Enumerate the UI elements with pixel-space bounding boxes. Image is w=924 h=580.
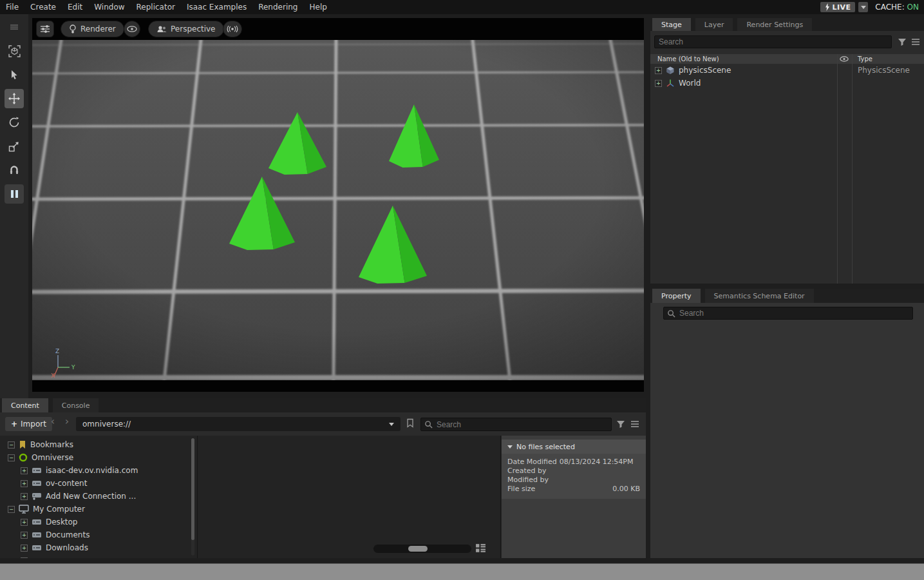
prim-type: PhysicsScene	[858, 66, 910, 75]
field-created-by: Created by	[507, 466, 640, 475]
collapse-icon[interactable]: −	[8, 506, 15, 513]
rotate-tool[interactable]	[5, 113, 24, 132]
viewport-settings-button[interactable]	[36, 21, 54, 37]
back-button[interactable]: ‹	[48, 415, 58, 427]
menu-replicator[interactable]: Replicator	[131, 0, 181, 14]
selection-mode-button[interactable]	[223, 21, 242, 37]
tree-item-bookmarks[interactable]: − Bookmarks	[0, 438, 197, 451]
tab-content[interactable]: Content	[2, 398, 48, 412]
viewport-render[interactable]: Z Y X	[32, 40, 644, 380]
menu-create[interactable]: Create	[24, 0, 62, 14]
details-header[interactable]: No files selected	[502, 440, 646, 454]
cache-value: ON	[907, 3, 919, 12]
tree-item-documents[interactable]: + Documents	[0, 528, 197, 541]
slider-handle[interactable]	[408, 546, 428, 552]
forward-button[interactable]: ›	[62, 415, 72, 427]
toolbar-drag-handle[interactable]	[5, 17, 24, 37]
scrollbar-thumb[interactable]	[191, 438, 194, 540]
magnet-icon	[9, 165, 19, 175]
rotate-icon	[8, 117, 20, 128]
menu-edit[interactable]: Edit	[62, 0, 88, 14]
search-icon	[424, 420, 433, 429]
menu-file[interactable]: File	[0, 0, 24, 14]
visibility-button[interactable]	[124, 21, 140, 37]
server-icon	[32, 479, 42, 487]
live-button[interactable]: LIVE	[820, 2, 856, 12]
left-toolbar	[0, 14, 28, 398]
snap-tool[interactable]	[5, 160, 24, 180]
viewport[interactable]: Renderer Perspective	[32, 18, 644, 392]
selection-box-tool[interactable]	[5, 41, 24, 61]
collapse-icon[interactable]: −	[8, 441, 15, 449]
property-search-input[interactable]	[663, 307, 913, 320]
camera-button[interactable]: Perspective	[148, 21, 224, 37]
menu-help[interactable]: Help	[303, 0, 332, 14]
renderer-button[interactable]: Renderer	[61, 21, 124, 37]
expand-icon[interactable]: +	[21, 557, 28, 559]
menu-window[interactable]: Window	[88, 0, 130, 14]
bookmark-outline-icon	[406, 418, 414, 428]
drive-icon	[32, 544, 42, 552]
tab-render-settings[interactable]: Render Settings	[737, 18, 812, 31]
view-mode-button[interactable]	[475, 543, 486, 553]
tree-item-my-computer[interactable]: − My Computer	[0, 503, 197, 516]
camera-label: Perspective	[171, 24, 216, 34]
expand-icon[interactable]: +	[21, 467, 28, 474]
stage-search-input[interactable]	[654, 35, 892, 48]
field-modified-by: Modified by	[507, 475, 640, 484]
tab-stage[interactable]: Stage	[652, 18, 691, 31]
grid-list-icon	[475, 543, 486, 553]
tree-item-downloads[interactable]: + Downloads	[0, 541, 197, 554]
collapse-icon[interactable]: −	[8, 454, 15, 461]
expand-icon[interactable]: +	[655, 67, 662, 74]
tree-item-desktop[interactable]: + Desktop	[0, 516, 197, 528]
content-options-button[interactable]	[630, 420, 639, 428]
stage-row-physicsscene[interactable]: + physicsScene PhysicsScene	[650, 64, 924, 77]
menu-isaac-examples[interactable]: Isaac Examples	[181, 0, 252, 14]
expand-icon[interactable]: +	[21, 480, 28, 487]
field-date-modified: Date Modified 08/13/2024 12:54PM	[507, 457, 640, 466]
tab-semantics-schema-editor[interactable]: Semantics Schema Editor	[705, 289, 814, 303]
import-button[interactable]: + Import	[5, 417, 52, 431]
content-filter-button[interactable]	[616, 420, 625, 429]
drag-handle-icon	[9, 24, 19, 30]
omniverse-logo-icon	[19, 453, 28, 462]
details-panel: No files selected Date Modified 08/13/20…	[502, 436, 646, 558]
stage-column-header[interactable]: Name (Old to New) Type	[650, 54, 924, 64]
expand-icon[interactable]: +	[21, 519, 28, 526]
stage-options-button[interactable]	[911, 38, 920, 46]
stage-filter-button[interactable]	[898, 37, 907, 46]
lightning-icon	[825, 3, 830, 11]
tree-item-omniverse[interactable]: − Omniverse	[0, 451, 197, 464]
panel-divider[interactable]	[197, 436, 198, 558]
expand-icon[interactable]: +	[655, 80, 662, 87]
tree-item-isaac-dev-server[interactable]: + isaac-dev.ov.nvidia.com	[0, 464, 197, 477]
move-tool[interactable]	[5, 89, 24, 108]
menu-rendering[interactable]: Rendering	[252, 0, 303, 14]
thumbnail-size-slider[interactable]	[373, 545, 471, 553]
select-tool[interactable]	[5, 65, 24, 84]
panel-divider[interactable]	[500, 436, 501, 558]
expand-icon[interactable]: +	[21, 493, 28, 500]
tree-item-partial[interactable]: +	[0, 554, 197, 558]
drive-icon	[32, 518, 42, 526]
bookmark-toggle-button[interactable]	[406, 418, 414, 428]
pause-button[interactable]	[5, 184, 24, 204]
live-dropdown[interactable]	[858, 2, 868, 12]
tree-scrollbar[interactable]	[191, 438, 194, 556]
content-search-input[interactable]	[420, 418, 612, 431]
chevron-down-icon	[389, 423, 394, 426]
chevron-down-icon	[861, 6, 866, 9]
expand-icon[interactable]: +	[21, 532, 28, 539]
tree-item-add-new-connection[interactable]: + Add New Connection ...	[0, 490, 197, 503]
tab-console[interactable]: Console	[53, 398, 99, 412]
tab-layer[interactable]: Layer	[695, 18, 733, 31]
details-info: Date Modified 08/13/2024 12:54PM Created…	[502, 454, 646, 499]
plus-icon: +	[11, 420, 17, 429]
path-field[interactable]: omniverse://	[76, 417, 401, 431]
tree-item-ov-content-server[interactable]: + ov-content	[0, 477, 197, 490]
tab-property[interactable]: Property	[652, 289, 701, 303]
scale-tool[interactable]	[5, 137, 24, 156]
expand-icon[interactable]: +	[21, 545, 28, 552]
stage-row-world[interactable]: + World	[650, 77, 924, 90]
